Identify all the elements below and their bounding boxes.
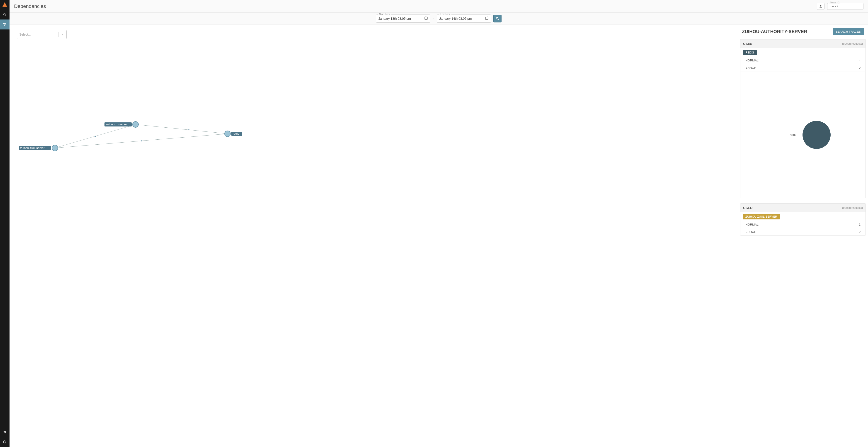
content-row: Select... zuihou-zuul-serverzuihou-…-ser… [9, 25, 868, 447]
github-nav-icon[interactable] [0, 437, 9, 447]
svg-point-19 [225, 131, 230, 137]
svg-point-0 [4, 13, 5, 15]
detail-title: ZUIHOU-AUTHORITY-SERVER [742, 29, 807, 34]
metric-key: ERROR [745, 66, 756, 69]
start-time-input[interactable] [378, 17, 424, 21]
pie-label: redis [790, 133, 796, 137]
topbar: Dependencies Trace ID [9, 0, 868, 13]
metric-value: 0 [859, 230, 861, 234]
metric-key: NORMAL [745, 59, 758, 62]
detail-panel: ZUIHOU-AUTHORITY-SERVER SEARCH TRACES US… [738, 25, 868, 447]
graph-node-label: redis [233, 132, 239, 135]
uses-section-header: USES (traced requests) [740, 39, 866, 48]
trace-id-field: Trace ID [827, 3, 864, 10]
trace-id-input[interactable] [827, 3, 864, 10]
graph-canvas[interactable]: Select... zuihou-zuul-serverzuihou-…-ser… [9, 25, 738, 447]
svg-line-1 [5, 15, 6, 16]
metric-value: 1 [859, 223, 861, 226]
end-time-input[interactable] [439, 17, 485, 21]
graph-node-label: zuihou-zuul-server [20, 146, 44, 150]
graph-edge-dot [188, 129, 189, 130]
svg-rect-9 [486, 17, 488, 20]
start-time-field: Start Time [376, 14, 430, 23]
graph-node-redis[interactable]: redis [225, 131, 242, 137]
calendar-icon[interactable] [424, 16, 428, 21]
metric-value: 4 [859, 59, 861, 62]
metric-row: ERROR0 [740, 64, 866, 71]
graph-node-auth[interactable]: zuihou-…-server [104, 121, 138, 127]
metric-key: NORMAL [745, 223, 758, 226]
main-area: Dependencies Trace ID Start Time - [9, 0, 868, 447]
service-tag[interactable]: ZUIHOU-ZUUL-SERVER [743, 214, 780, 219]
trace-id-label: Trace ID [829, 1, 840, 4]
svg-point-17 [132, 121, 138, 127]
used-card: ZUIHOU-ZUUL-SERVERNORMAL1ERROR0 [740, 212, 866, 236]
metric-row: NORMAL1 [740, 221, 866, 228]
start-time-label: Start Time [378, 13, 392, 16]
graph-edge [135, 124, 227, 134]
uses-pie-chart: redis [740, 71, 866, 198]
sidebar [0, 0, 9, 447]
metric-value: 0 [859, 66, 861, 69]
used-heading: USED [743, 206, 753, 210]
used-section-header: USED (traced requests) [740, 203, 866, 212]
dependency-graph[interactable]: zuihou-zuul-serverzuihou-…-serverredis [9, 25, 738, 447]
service-tag[interactable]: REDIS [743, 50, 757, 55]
svg-point-13 [496, 17, 498, 19]
calendar-icon[interactable] [485, 16, 489, 21]
home-nav-icon[interactable] [0, 427, 9, 437]
dependencies-nav-icon[interactable] [0, 20, 9, 29]
metric-key: ERROR [745, 230, 756, 234]
graph-edge-dot [95, 136, 96, 137]
search-traces-button[interactable]: SEARCH TRACES [833, 28, 864, 35]
upload-button[interactable] [817, 3, 825, 10]
page-title: Dependencies [14, 3, 46, 9]
end-time-field: End Time [437, 14, 491, 23]
graph-edge-dot [141, 140, 142, 142]
end-time-label: End Time [439, 13, 451, 16]
graph-node-label: zuihou-…-server [106, 123, 128, 126]
search-nav-icon[interactable] [0, 9, 9, 20]
time-range-dash: - [433, 17, 435, 21]
uses-sub: (traced requests) [842, 42, 863, 45]
search-button[interactable] [493, 15, 501, 23]
graph-node-zuul[interactable]: zuihou-zuul-server [19, 145, 58, 151]
logo-icon [0, 0, 9, 9]
svg-point-4 [4, 25, 5, 26]
uses-heading: USES [743, 42, 752, 46]
svg-line-14 [498, 19, 499, 20]
metric-row: NORMAL4 [740, 57, 866, 64]
metric-row: ERROR0 [740, 228, 866, 235]
svg-point-15 [52, 145, 58, 151]
used-sub: (traced requests) [842, 206, 863, 209]
timebar: Start Time - End Time [9, 13, 868, 25]
uses-card: REDISNORMAL4ERROR0 [740, 48, 866, 71]
svg-rect-5 [425, 17, 427, 20]
